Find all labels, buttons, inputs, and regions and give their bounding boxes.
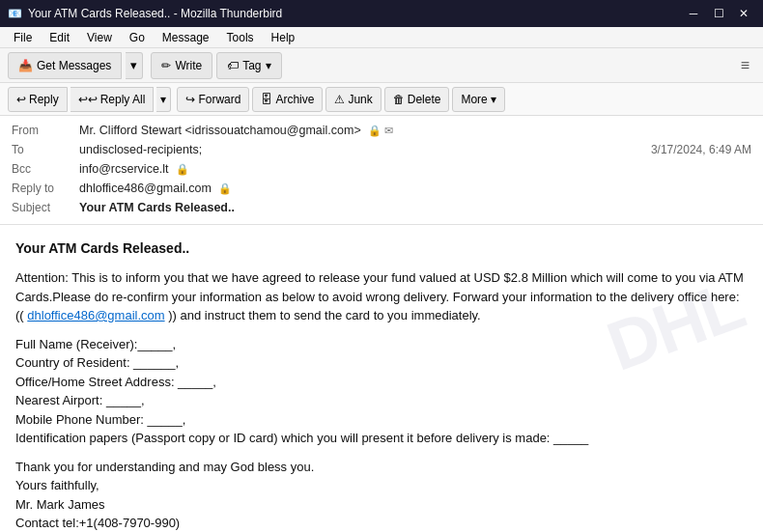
email-paragraph-1: Attention: This is to inform you that we…: [15, 268, 748, 325]
sender-icons: 🔒 ✉: [368, 125, 393, 136]
subject-label: Subject: [12, 201, 79, 214]
junk-icon: ⚠: [334, 93, 345, 106]
delete-button[interactable]: 🗑 Delete: [384, 87, 450, 112]
get-messages-icon: 📥: [18, 59, 33, 72]
closing-line-4: Contact tel:+1(408-7970-990): [15, 514, 748, 532]
menu-file[interactable]: File: [6, 29, 40, 46]
from-value: Mr. Clifford Stewart <idrissouatchamou@g…: [79, 124, 751, 137]
toolbar-menu-icon[interactable]: ≡: [735, 53, 755, 78]
menu-go[interactable]: Go: [122, 29, 153, 46]
subject-value: Your ATM Cards Released..: [79, 201, 751, 214]
main-content: From Mr. Clifford Stewart <idrissouatcha…: [0, 116, 763, 532]
junk-label: Junk: [348, 93, 372, 106]
write-icon: ✏: [161, 59, 171, 72]
archive-label: Archive: [275, 93, 314, 106]
email-fields: Full Name (Receiver):_____, Country of R…: [15, 335, 748, 448]
get-messages-dropdown[interactable]: ▾: [126, 52, 143, 79]
from-label: From: [12, 124, 79, 137]
subject-row: Subject Your ATM Cards Released..: [12, 199, 751, 218]
menu-tools[interactable]: Tools: [219, 29, 262, 46]
field-id: Identification papers (Passport copy or …: [15, 429, 748, 448]
delete-label: Delete: [408, 93, 441, 106]
reply-button[interactable]: ↩ Reply: [8, 87, 68, 112]
field-country: Country of Resident: ______,: [15, 353, 748, 373]
more-label: More: [461, 93, 487, 106]
replyto-row: Reply to dhloffice486@gmail.com 🔒: [12, 180, 751, 199]
to-label: To: [12, 143, 79, 156]
bcc-label: Bcc: [12, 162, 79, 176]
email-link-1[interactable]: dhloffice486@gmail.com: [27, 308, 164, 322]
reply-all-button[interactable]: ↩↩ Reply All: [71, 87, 155, 112]
tag-button[interactable]: 🏷 Tag ▾: [216, 52, 281, 79]
window-title: Your ATM Cards Released.. - Mozilla Thun…: [28, 7, 676, 20]
get-messages-button[interactable]: 📥 Get Messages: [8, 52, 122, 79]
close-button[interactable]: ✕: [732, 5, 755, 22]
menu-message[interactable]: Message: [155, 29, 217, 46]
replyto-icon: 🔒: [218, 182, 232, 194]
toolbar: 📥 Get Messages ▾ ✏ Write 🏷 Tag ▾ ≡: [0, 48, 763, 83]
replyto-label: Reply to: [12, 182, 79, 195]
replyto-text: dhloffice486@gmail.com: [79, 182, 212, 195]
maximize-button[interactable]: ☐: [707, 5, 730, 22]
email-body-title: Your ATM Cards Released..: [15, 238, 748, 259]
actionbar: ↩ Reply ↩↩ Reply All ▾ ↪ Forward 🗄 Archi…: [0, 83, 763, 116]
bcc-icon: 🔒: [176, 163, 189, 175]
field-fullname: Full Name (Receiver):_____,: [15, 335, 748, 354]
app-icon: 📧: [8, 7, 22, 20]
reply-all-icon: ↩↩: [78, 93, 98, 106]
write-button[interactable]: ✏ Write: [151, 52, 212, 79]
minimize-button[interactable]: ─: [682, 5, 705, 22]
tag-dropdown-icon: ▾: [266, 59, 271, 72]
bcc-row: Bcc info@rcservice.lt 🔒: [12, 160, 751, 180]
email-header: From Mr. Clifford Stewart <idrissouatcha…: [0, 116, 763, 225]
bcc-text: info@rcservice.lt: [79, 162, 169, 176]
replyto-value: dhloffice486@gmail.com 🔒: [79, 182, 751, 195]
email-body: DHL Your ATM Cards Released.. Attention:…: [0, 225, 763, 532]
closing-line-3: Mr. Mark James: [15, 495, 748, 515]
archive-icon: 🗄: [261, 93, 272, 106]
email-closing: Thank you for understanding and may God …: [15, 458, 748, 533]
to-value: undisclosed-recipients;: [79, 143, 651, 156]
archive-button[interactable]: 🗄 Archive: [252, 87, 323, 112]
junk-button[interactable]: ⚠ Junk: [325, 87, 381, 112]
menu-help[interactable]: Help: [264, 29, 303, 46]
titlebar: 📧 Your ATM Cards Released.. - Mozilla Th…: [0, 0, 763, 27]
menu-view[interactable]: View: [79, 29, 120, 46]
window-controls: ─ ☐ ✕: [682, 5, 755, 22]
field-address: Office/Home Street Address: _____,: [15, 373, 748, 392]
menubar: File Edit View Go Message Tools Help: [0, 27, 763, 48]
closing-line-2: Yours faithfully,: [15, 476, 748, 495]
from-text: Mr. Clifford Stewart <idrissouatchamou@g…: [79, 124, 361, 137]
delete-icon: 🗑: [393, 93, 405, 106]
reply-icon: ↩: [16, 93, 26, 106]
more-button[interactable]: More ▾: [452, 87, 504, 112]
from-row: From Mr. Clifford Stewart <idrissouatcha…: [12, 122, 751, 141]
reply-all-label: Reply All: [100, 93, 146, 106]
get-messages-label: Get Messages: [37, 59, 111, 72]
tag-icon: 🏷: [227, 59, 239, 72]
tag-label: Tag: [242, 59, 261, 72]
bcc-value: info@rcservice.lt 🔒: [79, 162, 751, 176]
field-airport: Nearest Airport: _____,: [15, 391, 748, 410]
to-row: To undisclosed-recipients; 3/17/2024, 6:…: [12, 141, 751, 160]
date-value: 3/17/2024, 6:49 AM: [651, 143, 751, 156]
forward-icon: ↪: [185, 93, 195, 106]
reply-label: Reply: [29, 93, 59, 106]
write-label: Write: [175, 59, 202, 72]
reply-all-dropdown[interactable]: ▾: [156, 87, 171, 112]
closing-line-1: Thank you for understanding and may God …: [15, 458, 748, 477]
forward-label: Forward: [198, 93, 240, 106]
more-dropdown-icon: ▾: [491, 93, 496, 106]
menu-edit[interactable]: Edit: [42, 29, 77, 46]
field-phone: Mobile Phone Number: _____,: [15, 410, 748, 430]
forward-button[interactable]: ↪ Forward: [177, 87, 249, 112]
